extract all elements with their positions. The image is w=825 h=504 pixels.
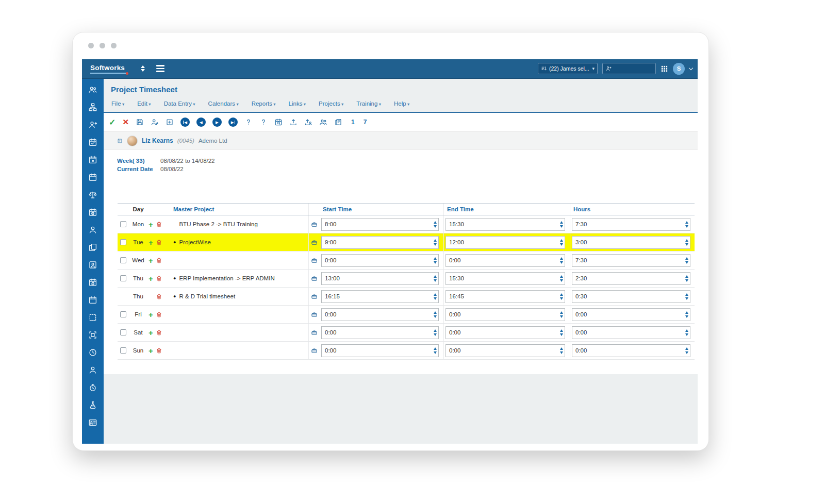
spinner-down-icon[interactable] bbox=[434, 315, 437, 318]
window-control-dot[interactable] bbox=[88, 43, 94, 48]
briefcase-icon[interactable] bbox=[311, 293, 318, 300]
expand-employee-button[interactable] bbox=[117, 138, 123, 144]
start-time-input[interactable]: 8:00 bbox=[321, 218, 439, 231]
spinner-down-icon[interactable] bbox=[685, 261, 688, 264]
spinner-down-icon[interactable] bbox=[434, 297, 437, 300]
hours-input[interactable]: 2:30 bbox=[572, 272, 690, 285]
briefcase-icon[interactable] bbox=[311, 221, 318, 228]
spinner-down-icon[interactable] bbox=[560, 333, 563, 336]
start-time-input[interactable]: 0:00 bbox=[321, 254, 439, 267]
sidebar-user-icon[interactable] bbox=[88, 225, 97, 234]
spinner-down-icon[interactable] bbox=[560, 297, 563, 300]
next-record-button[interactable]: ▶ bbox=[212, 117, 222, 127]
sidebar-clock-icon[interactable] bbox=[88, 348, 97, 357]
spinner-up-icon[interactable] bbox=[560, 275, 563, 278]
briefcase-icon[interactable] bbox=[311, 311, 318, 318]
sidebar-users-icon[interactable] bbox=[88, 85, 97, 94]
spinner-up-icon[interactable] bbox=[434, 329, 437, 332]
spinner-down-icon[interactable] bbox=[560, 279, 563, 282]
add-entry-button[interactable]: + bbox=[148, 257, 153, 264]
calendar-search-button[interactable] bbox=[274, 118, 283, 126]
add-entry-button[interactable]: + bbox=[148, 275, 153, 282]
row-checkbox[interactable] bbox=[120, 311, 126, 317]
hours-input[interactable]: 0:00 bbox=[572, 344, 690, 357]
spinner-down-icon[interactable] bbox=[685, 225, 688, 228]
hours-input[interactable]: 7:30 bbox=[572, 254, 690, 267]
row-checkbox[interactable] bbox=[120, 275, 126, 281]
apps-grid-icon[interactable] bbox=[661, 65, 668, 73]
row-checkbox[interactable] bbox=[120, 347, 126, 354]
window-control-dot[interactable] bbox=[100, 43, 105, 48]
spinner-up-icon[interactable] bbox=[560, 311, 563, 314]
start-time-input[interactable]: 0:00 bbox=[321, 326, 439, 339]
spinner-up-icon[interactable] bbox=[685, 239, 688, 242]
spinner-up-icon[interactable] bbox=[434, 239, 437, 242]
delete-entry-button[interactable] bbox=[156, 239, 162, 246]
sidebar-stopwatch-icon[interactable] bbox=[88, 383, 97, 392]
cancel-button[interactable]: ✕ bbox=[122, 117, 129, 127]
spinner-up-icon[interactable] bbox=[434, 257, 437, 260]
delete-entry-button[interactable] bbox=[156, 257, 162, 264]
sidebar-id-card-icon[interactable] bbox=[88, 418, 97, 427]
user-avatar[interactable]: S bbox=[673, 63, 685, 75]
delete-entry-button[interactable] bbox=[156, 329, 162, 336]
spinner-up-icon[interactable] bbox=[560, 293, 563, 296]
time-query-alt-icon[interactable] bbox=[259, 118, 268, 126]
hours-input[interactable]: 7:30 bbox=[572, 218, 690, 231]
account-chevron-icon[interactable] bbox=[689, 68, 692, 70]
spinner-down-icon[interactable] bbox=[560, 315, 563, 318]
menu-icon[interactable] bbox=[156, 65, 164, 72]
time-query-icon[interactable] bbox=[244, 118, 253, 126]
spinner-down-icon[interactable] bbox=[434, 243, 437, 246]
menu-reports[interactable]: Reports bbox=[252, 100, 276, 107]
start-time-input[interactable]: 0:00 bbox=[321, 308, 439, 321]
end-time-input[interactable]: 0:00 bbox=[446, 254, 565, 267]
spinner-down-icon[interactable] bbox=[434, 351, 437, 354]
menu-help[interactable]: Help bbox=[394, 100, 409, 107]
spinner-up-icon[interactable] bbox=[685, 221, 688, 224]
end-time-input[interactable]: 0:00 bbox=[446, 344, 565, 357]
spinner-up-icon[interactable] bbox=[434, 347, 437, 350]
sidebar-calendar2-icon[interactable] bbox=[88, 295, 97, 305]
hours-input[interactable]: 0:00 bbox=[572, 326, 690, 339]
end-time-input[interactable]: 0:00 bbox=[446, 326, 565, 339]
window-control-dot[interactable] bbox=[111, 43, 117, 48]
hours-input[interactable]: 0:30 bbox=[572, 290, 690, 303]
menu-data-entry[interactable]: Data Entry bbox=[164, 100, 195, 107]
sidebar-scales-icon[interactable] bbox=[88, 190, 97, 199]
menu-file[interactable]: File bbox=[111, 100, 124, 107]
spinner-up-icon[interactable] bbox=[685, 257, 688, 260]
spinner-up-icon[interactable] bbox=[560, 239, 563, 242]
spinner-down-icon[interactable] bbox=[434, 225, 437, 228]
start-time-input[interactable]: 9:00 bbox=[321, 236, 439, 249]
delete-entry-button[interactable] bbox=[156, 311, 162, 318]
briefcase-icon[interactable] bbox=[311, 239, 318, 246]
spinner-up-icon[interactable] bbox=[434, 311, 437, 314]
save-button[interactable] bbox=[136, 118, 144, 126]
add-entry-button[interactable]: + bbox=[148, 347, 153, 355]
sidebar-calendar-lock-icon[interactable] bbox=[88, 278, 97, 287]
hours-input[interactable]: 0:00 bbox=[572, 308, 690, 321]
accept-button[interactable]: ✓ bbox=[109, 117, 116, 127]
spinner-up-icon[interactable] bbox=[685, 347, 688, 350]
upload-user-button[interactable] bbox=[304, 118, 312, 126]
spinner-down-icon[interactable] bbox=[685, 333, 688, 336]
spinner-up-icon[interactable] bbox=[685, 275, 688, 278]
delete-entry-button[interactable] bbox=[156, 347, 162, 354]
row-checkbox[interactable] bbox=[120, 239, 126, 245]
sidebar-copy-icon[interactable] bbox=[88, 243, 97, 252]
sidebar-user-plus-icon[interactable] bbox=[88, 120, 97, 129]
spinner-down-icon[interactable] bbox=[560, 225, 563, 228]
spinner-up-icon[interactable] bbox=[434, 293, 437, 296]
spinner-down-icon[interactable] bbox=[560, 351, 563, 354]
spinner-down-icon[interactable] bbox=[685, 315, 688, 318]
menu-links[interactable]: Links bbox=[289, 100, 306, 107]
spinner-down-icon[interactable] bbox=[685, 297, 688, 300]
end-time-input[interactable]: 0:00 bbox=[446, 308, 565, 321]
start-time-input[interactable]: 0:00 bbox=[321, 344, 439, 357]
edit-employee-button[interactable] bbox=[151, 118, 159, 126]
sidebar-expand-frame-icon[interactable] bbox=[88, 330, 97, 340]
sidebar-calendar-clock-icon[interactable] bbox=[88, 208, 97, 217]
spinner-up-icon[interactable] bbox=[434, 275, 437, 278]
menu-calendars[interactable]: Calendars bbox=[208, 100, 239, 107]
